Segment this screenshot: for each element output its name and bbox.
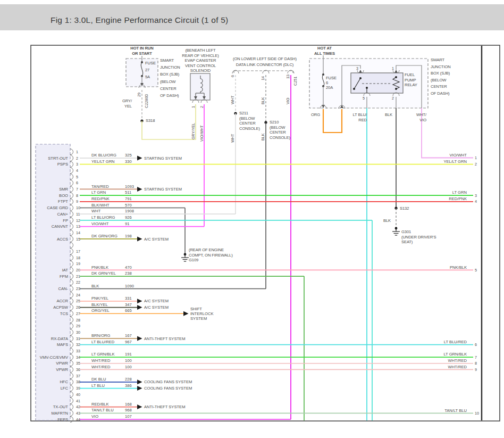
system-ref-arrow [183, 311, 189, 316]
svg-text:2: 2 [475, 162, 477, 167]
pcm-pin-row: 35VPWRWHT/RED100 [56, 358, 473, 366]
pcm-pin-row: 37 [70, 373, 80, 379]
pin-number: 43 [76, 411, 80, 416]
circuit-number: 167 [125, 333, 132, 338]
wire-wht2-vertical-label: WHT [230, 134, 235, 143]
pin-number: 33 [76, 349, 80, 353]
system-ref-arrow [137, 336, 142, 341]
hot-at-all-times-label: HOT AT ALL TIMES [310, 46, 339, 56]
pin-number: 4 [76, 168, 78, 173]
wire-color-label: BLK/WHT [91, 203, 110, 208]
ground-g109-label: (REAR OF ENGINE COMPT, ON FIREWALL) G109 [189, 247, 247, 263]
circuit-number: 191 [125, 352, 132, 357]
pin-number: 42 [76, 404, 80, 409]
pin-signal-name: CAN+ [57, 212, 69, 217]
pin-number: 24 [76, 293, 80, 297]
wire-color-label: LT BLU/ORG [91, 215, 115, 220]
pin-signal-name: VMV-CC/EVMV [40, 355, 69, 360]
wire-color-label: PNK/BLK [91, 265, 108, 270]
relay-pin1-number: 1 [392, 66, 394, 71]
ground-g109-symbol [181, 253, 189, 261]
sjb-right-label: SMART JUNCTION BOX (SJB) (BELOW CENTER O… [431, 57, 468, 97]
pin-number: 28 [76, 318, 80, 323]
pcm-pin-row: 27TCSORG/YEL665SHIFTINTERLOCKSYSTEM [60, 307, 214, 321]
pcm-pin-row: 21FPMDK GRN/YEL238 [60, 271, 304, 279]
wire-color-label: DK GRN/ORG [91, 234, 117, 238]
fuse-6-label: FUSE 6 20A [326, 76, 342, 90]
dlc-pin14-label: 14 [261, 76, 265, 80]
pcm-pin-row: 14 [70, 230, 80, 236]
circuit-number: 238 [125, 271, 132, 276]
circuit-number: 168 [125, 402, 132, 407]
pin-signal-name: MAFRTN [52, 411, 69, 416]
wire-org-label: ORG [311, 112, 324, 118]
pin-number: 5 [76, 175, 78, 179]
pin-signal-name: SMR [59, 187, 68, 192]
pin-signal-name: ACCR [56, 299, 68, 303]
wire-vio-wht-vertical-label: VIO/WHT [199, 125, 204, 142]
pin-signal-name: CASE GRD [47, 205, 68, 210]
pin-signal-name: LFC [61, 386, 69, 391]
wire-color-label: DK GRN/YEL [91, 271, 116, 276]
pin-signal-name: MAFS [57, 342, 68, 347]
pin-number: 37 [76, 374, 80, 378]
pin-number: 20 [76, 268, 80, 272]
pcm-pin-row: 29 [70, 323, 80, 329]
system-ref-label: STARTING SYSTEM [144, 156, 182, 161]
pcm-pin-row: 32MAFSLT BLU/RED967 [57, 340, 473, 348]
fuse-27-label: FUSE 27 5A [145, 60, 161, 80]
pin-number: 23 [76, 286, 80, 291]
circuit-number: 791 [125, 196, 132, 201]
wire-color-label: WHT/RED [91, 365, 111, 369]
system-ref-label: A/C SYSTEM [144, 299, 169, 303]
circuit-number: 511 [125, 190, 131, 195]
pin-number: 36 [76, 367, 80, 372]
circuit-number: 968 [125, 408, 132, 412]
pcm-pin-row: 40 [70, 392, 80, 398]
wire-color-label: WHT/RED [91, 358, 111, 363]
pin-number: 12 [76, 218, 80, 223]
wire-blk-label: BLK [385, 112, 398, 118]
pin-number: 38 [76, 379, 80, 384]
relay-pin3-number: 3 [356, 66, 358, 71]
pcm-pin-row: 3PSPSYEL/LT GRN330 [57, 159, 473, 167]
pin-number: 7 [76, 187, 78, 192]
pcm-pin-row: 13CANVNTVIO/WHT91 [52, 221, 204, 229]
pin-signal-name: TCS [60, 311, 68, 316]
pin-number: 10 [76, 205, 80, 210]
system-ref-arrow [137, 156, 142, 161]
pcm-pin-row: 28 [70, 317, 80, 323]
circuit-number: 330 [125, 159, 132, 164]
circuit-number: 198 [125, 234, 132, 238]
wire-color-label: TAN/RED [91, 184, 109, 189]
pcm-pin-row: 43MAFRTNTAN/LT BLU968 [52, 408, 474, 416]
circuit-number: 570 [125, 203, 132, 208]
splice-s210-label: S210 (BELOW CENTER CONSOLE) [270, 120, 301, 140]
pcm-pin-row: 5 [70, 174, 78, 180]
pin-number: 21 [76, 274, 80, 279]
pcm-connector-box [36, 144, 70, 420]
edge-wire-label: YEL/LT GRN2 [443, 159, 477, 167]
circuit-number: 107 [125, 414, 132, 419]
wire-wht-vio-label: WHT/ VIO [409, 112, 426, 122]
system-ref-label: COOLING FANS SYSTEM [144, 386, 192, 391]
system-ref-arrow [137, 187, 142, 192]
circuit-number: 1090 [125, 284, 134, 288]
pin-signal-name: RX-DATA [51, 336, 69, 341]
wire-color-label: RED/PNK [91, 196, 110, 201]
system-ref-arrow [137, 236, 142, 241]
relay-pin5-number: 5 [363, 96, 365, 101]
dlc-pin13-label: 13 [285, 75, 290, 79]
svg-text:LT BLU/RED: LT BLU/RED [444, 340, 467, 344]
wire-color-label: LT BLU/RED [91, 340, 115, 344]
wire-blk2-vertical-label: BLK [261, 133, 265, 141]
pin-number: 29 [76, 324, 80, 328]
svg-text:VIO/WHT: VIO/WHT [450, 153, 467, 158]
wire-color-label: YEL/LT GRN [91, 159, 115, 164]
system-ref-label: ANTI-THEFT SYSTEM [144, 336, 186, 341]
pcm-pin-row: 22 [70, 279, 80, 285]
wire-wht-vio [422, 108, 473, 158]
pin-signal-name: CAN- [58, 286, 68, 291]
wire-color-label: LT BLU [91, 383, 105, 388]
system-ref-label: SHIFTINTERLOCKSYSTEM [190, 307, 213, 321]
